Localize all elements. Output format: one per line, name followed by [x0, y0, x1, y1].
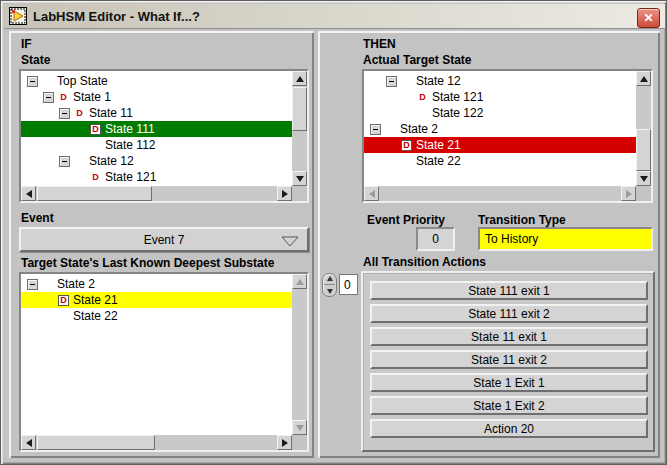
scrollbar-corner	[636, 186, 651, 201]
substate-tree-vscrollbar[interactable]	[292, 274, 307, 435]
expand-spacer	[75, 172, 86, 183]
tree-row[interactable]: DState 1	[21, 89, 292, 105]
scrollbar-corner	[292, 186, 307, 201]
tree-row[interactable]: DState 21	[364, 137, 636, 153]
target-state-label: Actual Target State	[363, 53, 471, 67]
expand-spacer	[75, 140, 86, 151]
action-button[interactable]: State 111 exit 2	[370, 304, 648, 323]
substate-label: Target State's Last Known Deepest Substa…	[21, 256, 274, 270]
transition-type-value: To History	[478, 227, 653, 251]
tree-row[interactable]: Top State	[21, 73, 292, 89]
scroll-left-icon[interactable]	[364, 186, 379, 201]
scroll-right-icon[interactable]	[277, 435, 292, 450]
tree-row[interactable]: State 12	[364, 73, 636, 89]
expand-spacer	[43, 311, 54, 322]
expand-spacer	[386, 140, 397, 151]
dropdown-arrow-icon	[281, 236, 299, 247]
collapse-toggle-icon[interactable]	[59, 108, 70, 119]
spinner-divider	[324, 284, 335, 285]
tree-row[interactable]: State 122	[364, 105, 636, 121]
increment-icon[interactable]	[327, 276, 333, 281]
scroll-right-icon[interactable]	[621, 186, 636, 201]
event-ring-value: Event 7	[144, 233, 185, 247]
tree-node-label: State 2	[57, 277, 95, 291]
action-button[interactable]: State 11 exit 1	[370, 327, 648, 346]
collapse-toggle-icon[interactable]	[59, 156, 70, 167]
collapse-toggle-icon[interactable]	[27, 76, 38, 87]
decrement-icon[interactable]	[327, 289, 333, 294]
close-button[interactable]: ✕	[637, 8, 660, 28]
labhsm-editor-window: LabHSM Editor - What If...? ✕ IF State T…	[0, 0, 667, 465]
action-button[interactable]: State 1 Exit 1	[370, 373, 648, 392]
event-priority-label: Event Priority	[367, 213, 445, 227]
labview-vi-icon	[9, 7, 27, 25]
event-label: Event	[21, 211, 54, 225]
default-state-marker: D	[58, 295, 71, 306]
scroll-up-icon[interactable]	[292, 274, 307, 289]
tree-node-label: State 11	[89, 106, 133, 120]
tree-row[interactable]: DState 21	[21, 292, 292, 308]
scroll-down-icon[interactable]	[292, 171, 307, 186]
state-label: State	[21, 53, 50, 67]
action-button[interactable]: State 1 Exit 2	[370, 396, 648, 415]
tree-row[interactable]: DState 121	[364, 89, 636, 105]
scroll-down-icon[interactable]	[636, 171, 651, 186]
action-index-value[interactable]: 0	[339, 274, 358, 295]
tree-node-label: State 122	[432, 106, 483, 120]
target-tree-hscrollbar[interactable]	[364, 186, 636, 201]
title-bar[interactable]: LabHSM Editor - What If...? ✕	[4, 4, 665, 29]
state-tree-vscrollbar[interactable]	[292, 71, 307, 186]
target-tree-vscrollbar[interactable]	[636, 71, 651, 186]
tree-node-label: State 22	[416, 154, 461, 168]
scroll-up-icon[interactable]	[636, 71, 651, 86]
expand-spacer	[75, 124, 86, 135]
scroll-left-icon[interactable]	[21, 186, 36, 201]
tree-row[interactable]: State 12	[21, 153, 292, 169]
tree-node-label: Top State	[57, 74, 108, 88]
event-ring-selector[interactable]: Event 7	[19, 227, 309, 252]
default-state-marker: D	[90, 172, 103, 183]
scrollbar-corner	[292, 435, 307, 450]
tree-row[interactable]: State 22	[21, 308, 292, 324]
tree-node-label: State 12	[89, 154, 134, 168]
tree-node-label: State 22	[73, 309, 118, 323]
action-index-spinner[interactable]	[322, 273, 337, 297]
tree-node-label: State 121	[432, 90, 483, 104]
action-button[interactable]: Action 20	[370, 419, 648, 438]
scrollbar-thumb[interactable]	[37, 435, 155, 450]
tree-row[interactable]: DState 11	[21, 105, 292, 121]
scrollbar-thumb[interactable]	[37, 186, 152, 201]
state-tree-hscrollbar[interactable]	[21, 186, 292, 201]
collapse-toggle-icon[interactable]	[43, 92, 54, 103]
expand-spacer	[386, 156, 397, 167]
tree-row[interactable]: DState 121	[21, 169, 292, 185]
scrollbar-thumb[interactable]	[292, 87, 307, 131]
all-transition-actions-label: All Transition Actions	[363, 255, 486, 269]
expand-spacer	[43, 295, 54, 306]
tree-node-label: State 1	[73, 90, 111, 104]
collapse-toggle-icon[interactable]	[386, 76, 397, 87]
collapse-toggle-icon[interactable]	[370, 124, 381, 135]
substate-tree-hscrollbar[interactable]	[21, 435, 292, 450]
action-button[interactable]: State 111 exit 1	[370, 281, 648, 300]
tree-row[interactable]: State 2	[21, 276, 292, 292]
expand-spacer	[402, 92, 413, 103]
scrollbar-thumb[interactable]	[636, 129, 651, 171]
tree-node-label: State 112	[105, 138, 155, 152]
tree-node-label: State 12	[416, 74, 461, 88]
scroll-up-icon[interactable]	[292, 71, 307, 86]
scroll-left-icon[interactable]	[21, 435, 36, 450]
collapse-toggle-icon[interactable]	[27, 279, 38, 290]
scroll-down-icon[interactable]	[292, 420, 307, 435]
tree-node-label: State 2	[400, 122, 438, 136]
transition-actions-list: State 111 exit 1State 111 exit 2State 11…	[361, 271, 655, 452]
scroll-right-icon[interactable]	[277, 186, 292, 201]
tree-row[interactable]: State 112	[21, 137, 292, 153]
transition-type-label: Transition Type	[478, 213, 566, 227]
tree-row[interactable]: DState 111	[21, 121, 292, 137]
tree-row[interactable]: State 22	[364, 153, 636, 169]
action-button[interactable]: State 11 exit 2	[370, 350, 648, 369]
target-state-tree: State 12DState 121State 122State 2DState…	[362, 69, 653, 203]
default-state-marker: D	[90, 124, 103, 135]
tree-row[interactable]: State 2	[364, 121, 636, 137]
